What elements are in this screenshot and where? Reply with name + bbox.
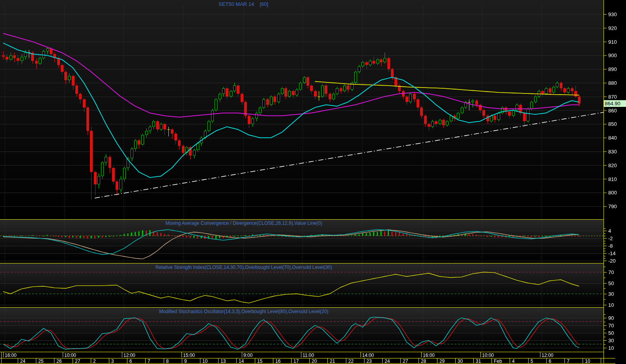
date-label: 5 [531,358,533,364]
date-label: 24 [20,358,25,364]
date-label: 31 [476,358,481,364]
price-tick-label: 790 [608,204,617,209]
date-label: 10 [585,358,590,364]
price-tick-label: 810 [608,177,617,182]
price-tick-label: 820 [608,163,617,168]
rsi-tick-label: 10 [608,302,614,308]
macd-tick-label: -8 [608,243,613,248]
time-label: 16:00 [423,353,435,358]
date-label: 3 [111,358,114,364]
time-label: 10:00 [482,353,494,358]
time-label: 10:00 [64,353,76,358]
date-label: 22 [348,358,353,364]
macd-panel-title: Moving Average Convergence / Divergence(… [165,220,322,226]
chart-title: SET50 MAR 14[60] [219,1,268,7]
date-label: 7 [567,358,570,364]
rsi-tick-label: 70 [608,270,614,275]
stoch-tick-label: 30 [608,338,614,343]
date-label: 23 [366,358,372,364]
stoch-tick-label: 90 [608,315,614,321]
last-price-label: 864.90 [604,100,626,107]
date-label: 20 [312,358,317,364]
price-tick-label: 880 [608,80,617,86]
date-label: 27 [403,358,408,364]
time-label: 15:00 [183,353,195,358]
date-label: 17 [293,358,299,364]
date-label: 25 [38,358,43,364]
stoch-tick-label: 50 [608,330,614,336]
time-label: 12:00 [123,353,135,358]
date-label: 21 [330,358,335,364]
date-label: 6 [549,358,551,364]
price-tick-label: 840 [608,135,617,140]
date-label: 24 [385,358,390,364]
macd-tick-label: 4 [608,228,611,233]
stoch-tick-label: 70 [608,323,614,328]
date-label: 14 [239,358,244,364]
date-label: 30 [458,358,463,364]
macd-tick-label: -20 [608,258,616,263]
date-label: 15 [257,358,262,364]
date-label: 29 [439,358,445,364]
date-label: 10 [202,358,207,364]
rsi-tick-label: 50 [608,281,614,286]
date-label: 2 [93,358,96,364]
date-label: 16 [275,358,280,364]
price-tick-label: 930 [608,12,617,17]
date-label: 8 [166,358,169,364]
price-tick-label: 890 [608,67,617,72]
chart-interval-badge: [60] [260,1,268,7]
rsi-panel-title: Relative Strength Index(CLOSE,14,30,70),… [155,265,332,270]
chart-symbol: SET50 MAR 14 [219,1,254,7]
price-tick-label: 860 [608,108,617,113]
stoch-tick-label: 10 [608,345,614,351]
price-tick-label: 870 [608,94,617,99]
date-label: 28 [421,358,426,364]
date-label: 7 [148,358,150,364]
macd-tick-label: -2 [608,236,613,241]
price-tick-label: 850 [608,121,617,127]
rsi-tick-label: 30 [608,291,614,297]
price-tick-label: 900 [608,53,617,58]
price-tick-label: 910 [608,39,617,45]
date-label: 4 [512,358,515,364]
price-tick-label: 800 [608,190,617,195]
time-label: 12:00 [542,353,553,358]
date-label: 6 [129,358,132,364]
time-label: 11:00 [303,353,314,358]
date-label: Feb [494,358,502,364]
price-tick-label: 920 [608,26,617,31]
stoch-panel-title: Modified Stochastics Oscillator(14,3,3),… [159,309,329,314]
time-label: 14:00 [362,353,374,358]
price-tick-label: 830 [608,149,617,154]
date-label: 13 [221,358,226,364]
macd-tick-label: -14 [608,251,616,256]
date-label: 27 [75,358,80,364]
time-label: 16:00 [5,353,17,358]
time-label: 9:00 [243,353,252,358]
date-label: 9 [184,358,187,364]
trading-chart-window: SET50 MAR 14[60] Moving Average Converge… [0,0,626,364]
date-label: 26 [56,358,62,364]
